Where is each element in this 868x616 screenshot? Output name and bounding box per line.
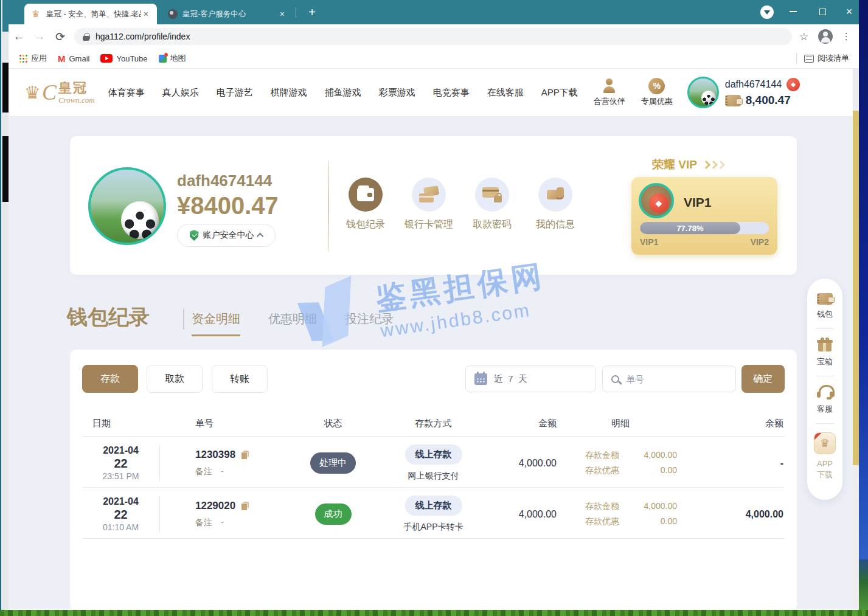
filter-transfer-button[interactable]: 转账 <box>212 365 268 393</box>
order-search-box[interactable] <box>602 365 736 392</box>
reload-icon[interactable]: ⟳ <box>50 30 71 44</box>
wallpaper-grass-strip <box>0 610 868 616</box>
window-close-button[interactable]: × <box>835 0 863 23</box>
shield-icon <box>190 230 199 241</box>
honor-vip-link[interactable]: 荣耀 VIP <box>652 157 724 173</box>
side-divider <box>816 423 834 424</box>
date-day: 22 <box>82 507 159 522</box>
back-icon[interactable]: ← <box>9 30 29 43</box>
col-header-detail: 明细 <box>557 410 684 436</box>
url-field[interactable]: hga112.com/profile/index <box>74 28 792 45</box>
filter-deposit-button[interactable]: 存款 <box>82 365 138 393</box>
new-tab-button[interactable]: + <box>304 5 320 21</box>
quick-link-my-info[interactable]: 我的信息 <box>527 178 583 231</box>
side-service-button[interactable]: 客服 <box>817 385 833 415</box>
bookmark-youtube[interactable]: YouTube <box>100 54 147 63</box>
site-logo[interactable]: ♛ C 皇冠 Crown.com <box>24 80 95 105</box>
promo-label: 专属优惠 <box>641 96 673 107</box>
titlebar-badge-icon[interactable] <box>760 5 774 19</box>
bookmark-gmail[interactable]: M Gmail <box>58 54 89 64</box>
bank-cards-icon <box>412 178 446 212</box>
quick-link-bank-cards[interactable]: 银行卡管理 <box>401 178 457 231</box>
bookmark-maps[interactable]: 地图 <box>159 53 186 64</box>
detail-label: 存款金额 <box>573 450 619 461</box>
forward-icon[interactable]: → <box>29 30 50 43</box>
profile-quick-links: 钱包纪录 银行卡管理 取款密码 我的信息 <box>338 178 583 231</box>
tab-close-icon[interactable]: × <box>277 9 287 19</box>
diamond-badge-icon <box>786 78 800 91</box>
soccer-ball-icon <box>121 201 159 239</box>
side-label: 钱包 <box>817 309 833 320</box>
nav-esports[interactable]: 电竞赛事 <box>433 87 470 99</box>
nav-fishing[interactable]: 捕鱼游戏 <box>325 87 361 99</box>
bookmark-label: Gmail <box>69 54 90 63</box>
nav-online-service[interactable]: 在线客服 <box>487 87 524 99</box>
side-app-download-button[interactable]: ♛ APP 下载 <box>814 432 836 480</box>
table-header-row: 日期 单号 状态 存款方式 金额 明细 余额 <box>82 410 785 436</box>
remark-label: 备注 <box>195 517 212 527</box>
tab-customer-service[interactable]: 皇冠-客户服务中心 × <box>161 4 293 24</box>
method-detail: 手机APP卡转卡 <box>374 522 493 533</box>
tab-fund-details[interactable]: 资金明细 <box>192 311 240 336</box>
window-minimize-button[interactable] <box>779 0 807 23</box>
order-search-input[interactable] <box>626 374 717 384</box>
search-icon <box>611 375 619 383</box>
url-text[interactable]: hga112.com/profile/index <box>95 32 190 41</box>
tab-bet-records[interactable]: 投注纪录 <box>345 311 394 336</box>
table-bottom-border <box>82 538 785 539</box>
maps-icon <box>159 55 167 63</box>
promo-button[interactable]: 专属优惠 <box>641 78 673 107</box>
cell-date: 2021-04 22 23:51 PM <box>82 445 160 481</box>
partner-person-icon <box>601 78 618 94</box>
mail-person-icon <box>538 178 572 212</box>
nav-app-download[interactable]: APP下载 <box>541 87 578 99</box>
browser-menu-icon[interactable]: ⋮ <box>841 35 851 38</box>
confirm-button[interactable]: 确定 <box>741 365 785 393</box>
quick-link-withdraw-password[interactable]: 取款密码 <box>464 178 520 231</box>
chevron-right-icon <box>717 161 725 169</box>
copy-icon[interactable] <box>241 502 249 511</box>
cell-detail: 存款金额4,000.00 存款优惠0.00 <box>557 501 684 527</box>
nav-board-games[interactable]: 棋牌游戏 <box>271 87 307 99</box>
main-nav: 体育赛事 真人娱乐 电子游艺 棋牌游戏 捕鱼游戏 彩票游戏 电竞赛事 在线客服 … <box>108 87 578 99</box>
cell-balance: 4,000.00 <box>684 509 785 520</box>
bookmark-label: 应用 <box>31 53 47 64</box>
bookmark-star-icon[interactable]: ☆ <box>799 30 808 43</box>
header-user-area[interactable]: dafh4674144 8,400.47 <box>687 77 800 108</box>
method-badge: 线上存款 <box>405 496 462 516</box>
quick-link-wallet-records[interactable]: 钱包纪录 <box>338 178 394 231</box>
nav-slots[interactable]: 电子游艺 <box>217 87 253 99</box>
col-header-amount: 金额 <box>493 410 557 436</box>
browser-profile-icon[interactable] <box>818 29 833 44</box>
page-scrollbar[interactable] <box>853 69 859 609</box>
reading-list-button[interactable]: 阅读清单 <box>796 53 849 64</box>
quick-link-label: 钱包纪录 <box>346 218 385 231</box>
chevron-up-icon <box>256 233 263 240</box>
nav-sports[interactable]: 体育赛事 <box>108 87 145 99</box>
account-security-button[interactable]: 账户安全中心 <box>177 224 276 247</box>
avatar[interactable] <box>687 77 719 108</box>
section-title: 钱包纪录 <box>67 303 150 331</box>
cell-order: 1230398 备注- <box>160 449 292 477</box>
watermark-line2: www.jhdb8.com <box>379 297 550 341</box>
copy-icon[interactable] <box>241 451 249 460</box>
bookmark-apps[interactable]: 应用 <box>19 53 47 64</box>
window-maximize-button[interactable] <box>808 0 836 23</box>
detail-label: 存款优惠 <box>573 516 619 527</box>
partner-button[interactable]: 合营伙伴 <box>594 78 625 107</box>
tab-promo-details[interactable]: 优惠明细 <box>268 311 317 336</box>
tab-crown-main[interactable]: ♛ 皇冠 - 安全、简单、快捷.老品牌 × <box>24 4 157 24</box>
nav-live-casino[interactable]: 真人娱乐 <box>162 87 199 99</box>
app-icon: ♛ <box>814 432 836 454</box>
side-wallet-button[interactable]: 钱包 <box>817 293 833 320</box>
nav-lottery[interactable]: 彩票游戏 <box>379 87 415 99</box>
side-chest-button[interactable]: 宝箱 <box>817 337 833 367</box>
side-label: 客服 <box>817 404 833 415</box>
vip-progress-label: 77.78% <box>676 224 703 233</box>
date-year-month: 2021-04 <box>82 496 159 507</box>
tab-close-icon[interactable]: × <box>141 9 151 19</box>
filter-withdraw-button[interactable]: 取款 <box>147 365 203 393</box>
scrollbar-thumb[interactable] <box>853 111 859 465</box>
bookmark-label: 地图 <box>170 53 186 64</box>
date-range-picker[interactable]: 近 7 天 <box>465 365 596 392</box>
